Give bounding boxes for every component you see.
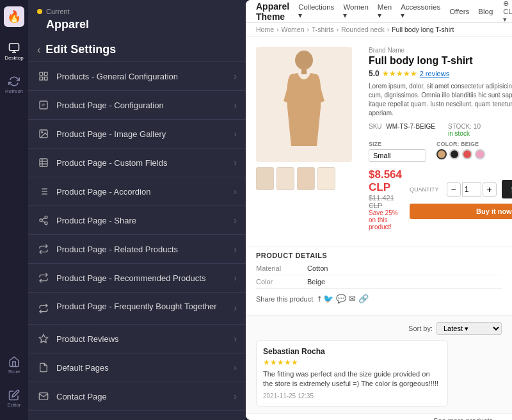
buy-now-button[interactable]: Buy it now <box>410 204 512 219</box>
price-block: $8.564 CLP $11.421 CLP Save 25% on this … <box>369 168 402 230</box>
sidebar: Current Apparel ‹ Edit Settings Products… <box>28 0 246 420</box>
sort-row: Sort by: Latest ▾ Oldest Highest rating <box>256 322 502 335</box>
main-content: Apparel Theme Collections ▾ Women ▾ Men … <box>246 0 512 420</box>
store-nav-left: Apparel Theme Collections ▾ Women ▾ Men … <box>256 1 493 22</box>
svg-point-19 <box>40 219 42 222</box>
nav-women[interactable]: Women ▾ <box>343 3 368 20</box>
quantity-increase[interactable]: + <box>483 182 497 197</box>
sort-label: Sort by: <box>408 325 433 332</box>
breadcrumb-women[interactable]: Women <box>282 26 305 33</box>
breadcrumb-rounded[interactable]: Rounded neck <box>341 26 385 33</box>
quantity-input[interactable] <box>462 182 481 197</box>
product-figure-svg <box>278 50 330 159</box>
refresh-nav-item[interactable]: Refresh <box>0 68 28 101</box>
chevron-icon: › <box>234 215 237 225</box>
product-thumbnails <box>256 167 358 190</box>
sidebar-item-fbt[interactable]: Product Page - Frequently Bought Togethe… <box>28 293 246 325</box>
sidebar-menu: Products - General Configuration › Produ… <box>28 62 246 420</box>
nav-clp[interactable]: ⊕ CLP ▾ <box>503 0 512 24</box>
sidebar-item-custom-fields[interactable]: Product Page - Custom Fields › <box>28 149 246 177</box>
swatch-beige[interactable] <box>436 149 447 159</box>
thumbnail-1[interactable] <box>256 167 274 190</box>
product-details-section: PRODUCT DETAILS Material Cotton Color Be… <box>246 246 512 315</box>
svg-rect-25 <box>301 68 307 74</box>
breadcrumb-tshirts[interactable]: T-shirts <box>312 26 333 33</box>
quantity-row: QUANTITY − + 🛒 ADD TO CART <box>410 180 512 198</box>
sidebar-item-contact-page[interactable]: Contact Page › <box>28 382 246 411</box>
thumbnail-4[interactable] <box>317 167 335 190</box>
size-label: SIZE <box>369 141 426 147</box>
nav-blog[interactable]: Blog <box>478 8 493 15</box>
breadcrumb-home[interactable]: Home <box>256 26 274 33</box>
sku-block: SKU WM-TS-7-BEIGE <box>369 123 435 137</box>
nav-accessories[interactable]: Accessories ▾ <box>401 3 440 20</box>
svg-rect-8 <box>40 159 47 166</box>
grid-icon <box>37 70 50 83</box>
mail-icon <box>37 390 50 403</box>
svg-point-7 <box>42 132 43 133</box>
sidebar-item-image-gallery[interactable]: Product Page - Image Gallery › <box>28 120 246 149</box>
reviewer-name: Sebastian Rocha <box>263 347 441 356</box>
twitter-share-icon[interactable]: 🐦 <box>323 294 333 303</box>
rating-value: 5.0 <box>369 69 380 78</box>
sort-select[interactable]: Latest ▾ Oldest Highest rating <box>436 322 502 335</box>
sidebar-header: Current Apparel <box>28 0 246 36</box>
list-icon <box>37 185 50 198</box>
related-section: YOU MIGHT BE INTERESTED IN OTHER PRODUCT… <box>246 413 512 420</box>
stock-label: STOCK: 10 <box>448 123 481 130</box>
sidebar-item-default-pages[interactable]: Default Pages › <box>28 353 246 382</box>
quantity-cart-block: QUANTITY − + 🛒 ADD TO CART Buy it now <box>410 180 512 219</box>
product-main-image <box>256 47 352 162</box>
sidebar-item-recommended-products[interactable]: Product Page - Recommended Products › <box>28 264 246 293</box>
product-description: Lorem ipsum, dolor, sit amet consectetur… <box>369 82 512 118</box>
link-share-icon[interactable]: 🔗 <box>358 294 369 303</box>
size-select[interactable]: Small Medium Large <box>369 149 426 162</box>
sidebar-item-share[interactable]: Product Page - Share › <box>28 206 246 235</box>
table-icon <box>37 156 50 169</box>
facebook-share-icon[interactable]: f <box>318 294 321 303</box>
color-detail-value: Beige <box>307 278 325 286</box>
add-to-cart-button[interactable]: 🛒 ADD TO CART <box>502 180 512 198</box>
quantity-block: − + <box>447 182 497 197</box>
editor-nav-item[interactable]: Editor <box>0 382 28 415</box>
sku-label: SKU <box>369 123 382 130</box>
detail-row-color: Color Beige <box>256 275 502 289</box>
email-share-icon[interactable]: ✉ <box>349 294 356 303</box>
back-button[interactable]: ‹ <box>37 44 40 56</box>
store-nav: Apparel Theme Collections ▾ Women ▾ Men … <box>246 0 512 23</box>
nav-offers[interactable]: Offers <box>449 8 469 15</box>
swatch-pink[interactable] <box>475 149 485 159</box>
material-value: Cotton <box>307 264 328 272</box>
review-count[interactable]: 2 reviews <box>420 70 449 77</box>
desktop-nav-item[interactable]: Desktop <box>0 35 28 68</box>
fbt-icon <box>37 302 50 315</box>
sidebar-item-products-general[interactable]: Products - General Configuration › <box>28 62 246 91</box>
sidebar-item-related-products[interactable]: Product Page - Related Products › <box>28 235 246 264</box>
chevron-icon: › <box>234 273 237 283</box>
nav-men[interactable]: Men ▾ <box>378 3 392 20</box>
swatch-red[interactable] <box>462 149 472 159</box>
swatch-black[interactable] <box>449 149 460 159</box>
whatsapp-share-icon[interactable]: 💬 <box>336 294 346 303</box>
nav-collections[interactable]: Collections ▾ <box>298 3 334 20</box>
store-nav-item[interactable]: Store <box>0 348 28 382</box>
chevron-icon: › <box>234 391 237 401</box>
svg-rect-4 <box>44 77 47 80</box>
store-name: Apparel <box>46 18 237 31</box>
star-icon <box>37 332 50 345</box>
sidebar-item-accordion[interactable]: Product Page - Accordion › <box>28 177 246 206</box>
quantity-decrease[interactable]: − <box>447 182 461 197</box>
related-icon <box>37 243 50 255</box>
chevron-icon: › <box>234 100 237 110</box>
sidebar-item-product-page-config[interactable]: Product Page - Configuration › <box>28 91 246 120</box>
price-original: $11.421 CLP <box>369 194 402 209</box>
color-detail-label: Color <box>256 278 294 286</box>
thumbnail-3[interactable] <box>297 167 315 190</box>
svg-point-20 <box>45 222 47 225</box>
brand-name: Brand Name <box>369 47 512 54</box>
see-more-button[interactable]: See more products → <box>433 417 502 420</box>
sidebar-item-product-reviews[interactable]: Product Reviews › <box>28 325 246 353</box>
svg-line-22 <box>42 218 45 220</box>
price-save: Save 25% on this product! <box>369 209 402 230</box>
thumbnail-2[interactable] <box>276 167 294 190</box>
